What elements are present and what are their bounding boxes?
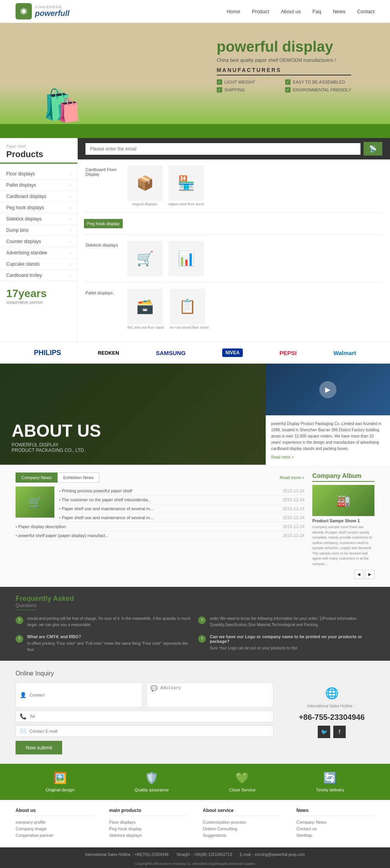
tab-company-news[interactable]: Company News	[16, 472, 57, 483]
footer-item-sitemap[interactable]: SiteMap	[296, 833, 374, 838]
original-design-icon: 🖼️	[46, 772, 74, 784]
feature-environmental: ✓ ENVIRONMENTAL FRIENDLY	[285, 87, 351, 93]
footer-item-company-image[interactable]: Company image	[16, 826, 94, 831]
arrow-icon: ›	[70, 172, 71, 176]
check-icon-2: ✓	[285, 79, 291, 85]
map-icon: 🌐	[325, 687, 339, 700]
news-date-5: 2015-12-24	[283, 524, 305, 529]
footer-item-orders[interactable]: Orders Consulting	[203, 826, 281, 831]
inquiry-row-1: 👤 💬	[16, 682, 273, 707]
about-left: ABOUT US POWERFUL DISPLAY PRODUCT PACKAG…	[0, 364, 266, 465]
faq-answer-3: In offset printing "Four color" and "Ful…	[27, 640, 192, 653]
feature-close-service: 💚 Close Service	[229, 772, 256, 792]
sidebar-item-peg[interactable]: Peg hook displays ›	[0, 202, 77, 214]
twitter-button[interactable]: 🐦	[318, 726, 330, 738]
email-input[interactable]	[30, 729, 269, 733]
sidebar-item-advertising[interactable]: Advertising standee ›	[0, 247, 77, 259]
inquiry-title: Online Inquiry	[16, 670, 273, 677]
sidebar-item-cupcake[interactable]: Cupcake stands ›	[0, 259, 77, 270]
album-next-button[interactable]: ►	[365, 570, 374, 579]
logo: JINGSHENG powerfull	[16, 3, 70, 19]
tel-field: 📞	[16, 710, 273, 722]
sidebar-item-pallet[interactable]: Pallet displays ›	[0, 180, 77, 191]
sidebar-item-sidekick[interactable]: Sidekick displays ›	[0, 214, 77, 225]
footer-item-peg[interactable]: Peg hook display	[109, 826, 187, 831]
contact-input[interactable]	[30, 693, 138, 697]
play-button[interactable]: ▶	[319, 381, 336, 398]
footer-col-about: About us company profile Company image C…	[16, 808, 94, 840]
logo-tagline: powerfull	[35, 9, 70, 18]
footer-item-floor[interactable]: Floor displays	[109, 820, 187, 824]
album-label: Product Sampe Show 1	[312, 518, 374, 523]
tel-icon: 📞	[20, 713, 26, 719]
news-text-3: • Paper shelf use and maintenance of sev…	[59, 506, 153, 511]
faq-grid: ? mould and printing will be free of cha…	[16, 616, 374, 653]
partner-redken: REDKEN	[98, 350, 119, 356]
row-label-1: Cardboard Floor Display	[84, 166, 123, 178]
row-images-1: 📦 original displays 🏪 tulpee seed floor …	[127, 166, 204, 206]
footer-item-customization[interactable]: Customization process	[203, 820, 281, 824]
contact-field: 👤	[16, 682, 143, 707]
hero-subtitle: China best quality paper shelf OEM/ODM m…	[217, 58, 351, 63]
news-item-3: • Paper shelf use and maintenance of sev…	[59, 504, 305, 513]
about-text-box: powerful Display Product Packaging Co.,L…	[266, 415, 390, 465]
sidebar-item-trolley[interactable]: Cardboard trolley ›	[0, 270, 77, 281]
nav-faq[interactable]: Faq	[312, 7, 321, 16]
news-text-5: • Paper display description	[16, 524, 66, 529]
row-label-4: Pallet displays	[84, 289, 123, 297]
about-section: ABOUT US POWERFUL DISPLAY PRODUCT PACKAG…	[0, 364, 390, 465]
footer-item-company-news[interactable]: Company News	[296, 820, 374, 824]
read-more-link[interactable]: Read more +	[271, 455, 385, 459]
footer-item-cooperative[interactable]: Cooperative partner	[16, 833, 94, 838]
tab-exhibition-news[interactable]: Exhibition News	[57, 472, 99, 483]
faq-icon-3: ?	[16, 635, 23, 643]
news-header: Company News Exhibition News Read more +	[16, 472, 305, 483]
news-section: Company News Exhibition News Read more +…	[0, 465, 390, 587]
logo-name: JINGSHENG	[35, 5, 70, 9]
footer-item-suggestions[interactable]: Suggestions	[203, 833, 281, 838]
album-prev-button[interactable]: ◄	[354, 570, 364, 579]
faq-section: Frequently Asked Questions ? mould and p…	[0, 587, 390, 661]
row-images-3: 🛒 📊	[127, 241, 204, 276]
footer-item-company-profile[interactable]: company profile	[16, 820, 94, 824]
nav-about[interactable]: About us	[281, 7, 301, 16]
news-content: 🛒 • Printing process powerful paper shel…	[16, 486, 305, 540]
search-button[interactable]: 📡	[364, 142, 382, 156]
social-icons: 🐦 f	[318, 726, 346, 738]
news-left: Company News Exhibition News Read more +…	[16, 472, 305, 579]
email-icon: ✉️	[20, 728, 26, 734]
advisory-icon: 💬	[151, 685, 157, 691]
album-nav: ◄ ►	[312, 570, 374, 579]
phone-label: International Sales Hotline：	[307, 704, 357, 709]
product-img-3a: 🛒	[127, 241, 162, 276]
facebook-button[interactable]: f	[333, 726, 346, 738]
nav-news[interactable]: News	[333, 7, 346, 16]
hero-manufacturers: MANUFACTURERS	[217, 67, 351, 75]
footer-item-contact[interactable]: Contact us	[296, 826, 374, 831]
sidebar-item-dump[interactable]: Dump bins ›	[0, 225, 77, 236]
album-desc: Company sample room there are already of…	[312, 525, 374, 567]
nav-home[interactable]: Home	[226, 7, 240, 16]
footer-item-sidekick[interactable]: Sidekick displays	[109, 833, 187, 838]
news-text-4: • Paper shelf use and maintenance of sev…	[59, 515, 153, 520]
check-icon-3: ✓	[217, 87, 222, 93]
delivery-icon: 🔄	[316, 772, 344, 784]
img-caption-1a: original displays	[127, 202, 162, 206]
hero-title: powerful display	[217, 38, 351, 55]
sidebar-item-counter[interactable]: Counter displays ›	[0, 236, 77, 247]
submit-button[interactable]: Now submit	[16, 741, 62, 754]
nav-product[interactable]: Product	[252, 7, 269, 16]
sidebar-title: Products	[0, 149, 77, 164]
tel-input[interactable]	[30, 714, 269, 719]
nav-contact[interactable]: Contact	[357, 7, 374, 16]
inquiry-right: 🌐 International Sales Hotline： +86-755-2…	[289, 670, 374, 754]
sidebar-item-floor[interactable]: Floor displays ›	[0, 168, 77, 180]
advisory-input[interactable]	[160, 685, 269, 705]
sidebar-item-cardboard[interactable]: Cardboard displays ›	[0, 191, 77, 202]
news-item-6: • powerful shelf paper (paper display) m…	[16, 531, 305, 540]
search-input[interactable]	[85, 143, 360, 155]
contact-icon: 👤	[20, 692, 26, 698]
news-read-more[interactable]: Read more +	[280, 475, 305, 480]
bottom-contact: International Sales Hotline：+86(755)-233…	[16, 852, 374, 858]
footer-col-news: News Company News Contact us SiteMap	[296, 808, 374, 840]
